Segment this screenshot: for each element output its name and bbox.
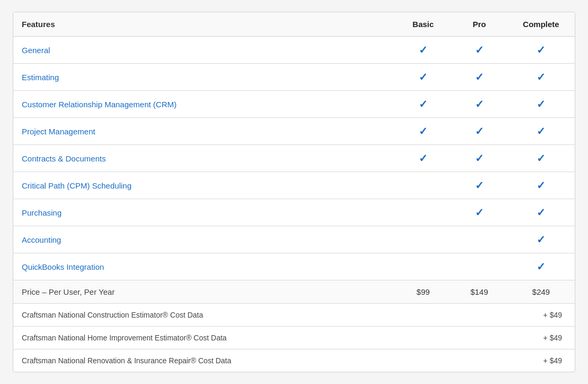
price-pro: $149 [451, 280, 507, 304]
price-basic: $99 [395, 280, 451, 304]
feature-name: Customer Relationship Management (CRM) [13, 91, 395, 118]
checkmark-icon: ✓ [475, 98, 484, 110]
check-basic: ✓ [395, 91, 451, 118]
pro-header: Pro [451, 12, 507, 37]
addon-row: Craftsman National Renovation & Insuranc… [13, 349, 575, 372]
checkmark-icon: ✓ [475, 44, 484, 56]
check-pro: ✓ [451, 145, 507, 172]
check-basic [395, 172, 451, 199]
check-pro: ✓ [451, 118, 507, 145]
feature-name: Contracts & Documents [13, 145, 395, 172]
check-basic [395, 226, 451, 253]
check-complete: ✓ [507, 91, 575, 118]
check-complete: ✓ [507, 145, 575, 172]
addon-price: + $49 [507, 349, 575, 372]
features-header: Features [13, 12, 395, 37]
checkmark-icon: ✓ [537, 44, 546, 56]
check-basic: ✓ [395, 118, 451, 145]
check-complete: ✓ [507, 118, 575, 145]
check-basic: ✓ [395, 37, 451, 64]
checkmark-icon: ✓ [419, 71, 428, 83]
addon-row: Craftsman National Home Improvement Esti… [13, 327, 575, 349]
table-row: General✓✓✓ [13, 37, 575, 64]
check-pro: ✓ [451, 172, 507, 199]
checkmark-icon: ✓ [475, 152, 484, 164]
feature-name: Accounting [13, 226, 395, 253]
price-row: Price – Per User, Per Year$99$149$249 [13, 280, 575, 304]
table-row: QuickBooks Integration✓ [13, 253, 575, 280]
checkmark-icon: ✓ [537, 71, 546, 83]
check-basic: ✓ [395, 64, 451, 91]
check-pro: ✓ [451, 199, 507, 226]
feature-name: QuickBooks Integration [13, 253, 395, 280]
check-complete: ✓ [507, 64, 575, 91]
addon-label: Craftsman National Renovation & Insuranc… [13, 349, 507, 372]
checkmark-icon: ✓ [419, 125, 428, 137]
checkmark-icon: ✓ [537, 98, 546, 110]
table-row: Purchasing✓✓ [13, 199, 575, 226]
addon-label: Craftsman National Home Improvement Esti… [13, 327, 507, 349]
check-complete: ✓ [507, 172, 575, 199]
checkmark-icon: ✓ [537, 152, 546, 164]
checkmark-icon: ✓ [537, 261, 546, 272]
checkmark-icon: ✓ [475, 180, 484, 191]
checkmark-icon: ✓ [537, 207, 546, 218]
checkmark-icon: ✓ [537, 234, 546, 245]
table-row: Customer Relationship Management (CRM)✓✓… [13, 91, 575, 118]
table-row: Critical Path (CPM) Scheduling✓✓ [13, 172, 575, 199]
check-pro: ✓ [451, 91, 507, 118]
check-complete: ✓ [507, 199, 575, 226]
feature-name: General [13, 37, 395, 64]
table-row: Contracts & Documents✓✓✓ [13, 145, 575, 172]
feature-name: Estimating [13, 64, 395, 91]
check-pro: ✓ [451, 64, 507, 91]
pricing-table: Features Basic Pro Complete General✓✓✓Es… [13, 12, 575, 372]
check-pro: ✓ [451, 37, 507, 64]
feature-name: Purchasing [13, 199, 395, 226]
table-row: Project Management✓✓✓ [13, 118, 575, 145]
check-complete: ✓ [507, 226, 575, 253]
checkmark-icon: ✓ [537, 125, 546, 137]
price-complete: $249 [507, 280, 575, 304]
checkmark-icon: ✓ [419, 98, 428, 110]
addon-price: + $49 [507, 327, 575, 349]
checkmark-icon: ✓ [475, 207, 484, 218]
feature-name: Critical Path (CPM) Scheduling [13, 172, 395, 199]
feature-name: Project Management [13, 118, 395, 145]
check-pro [451, 253, 507, 280]
check-basic [395, 199, 451, 226]
checkmark-icon: ✓ [419, 152, 428, 164]
addon-price: + $49 [507, 304, 575, 327]
checkmark-icon: ✓ [475, 71, 484, 83]
checkmark-icon: ✓ [537, 180, 546, 191]
check-complete: ✓ [507, 37, 575, 64]
check-complete: ✓ [507, 253, 575, 280]
check-basic: ✓ [395, 145, 451, 172]
price-label: Price – Per User, Per Year [13, 280, 395, 304]
table-row: Accounting✓ [13, 226, 575, 253]
complete-header: Complete [507, 12, 575, 37]
check-basic [395, 253, 451, 280]
checkmark-icon: ✓ [419, 44, 428, 56]
table-row: Estimating✓✓✓ [13, 64, 575, 91]
basic-header: Basic [395, 12, 451, 37]
check-pro [451, 226, 507, 253]
checkmark-icon: ✓ [475, 125, 484, 137]
addon-label: Craftsman National Construction Estimato… [13, 304, 507, 327]
addon-row: Craftsman National Construction Estimato… [13, 304, 575, 327]
